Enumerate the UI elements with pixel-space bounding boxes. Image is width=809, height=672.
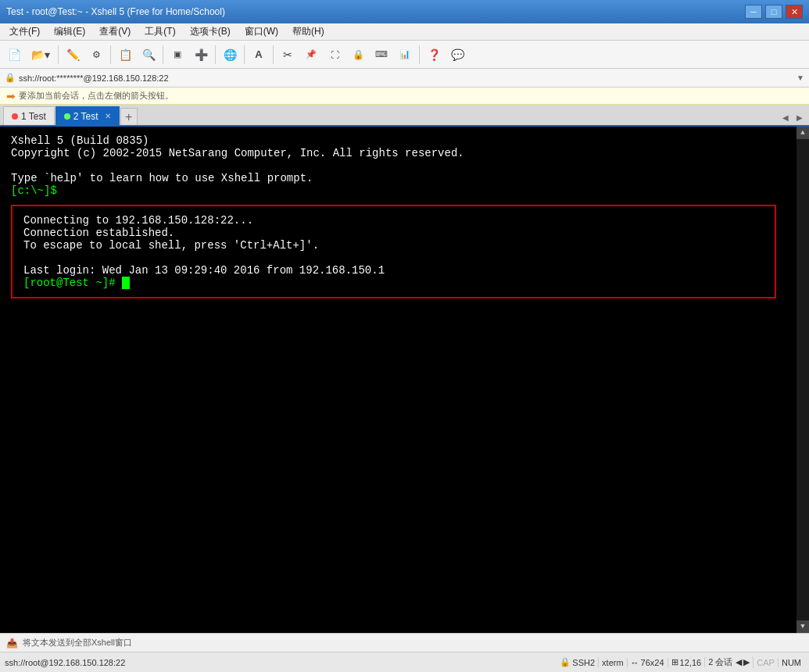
- conn-line-1: Connecting to 192.168.150.128:22...: [23, 214, 764, 227]
- conn-line-blank: [23, 252, 764, 264]
- terminal-line-5: [c:\~]$: [11, 184, 798, 197]
- menu-help[interactable]: 帮助(H): [286, 23, 331, 40]
- add-button[interactable]: ➕: [190, 44, 212, 66]
- tab-2-dot: [64, 113, 70, 120]
- tab-2-close[interactable]: ✕: [105, 112, 111, 120]
- menu-file[interactable]: 文件(F): [3, 23, 46, 40]
- menu-tabs[interactable]: 选项卡(B): [184, 23, 237, 40]
- terminal-wrapper: Xshell 5 (Build 0835) Copyright (c) 2002…: [0, 127, 809, 633]
- tab-nav-next[interactable]: ▶: [793, 109, 806, 125]
- terminal-line-2: Copyright (c) 2002-2015 NetSarang Comput…: [11, 147, 798, 159]
- sessions-nav-next[interactable]: ▶: [743, 657, 750, 667]
- caps-lock: CAP: [757, 658, 775, 667]
- open-session-button[interactable]: 📂▾: [27, 44, 55, 66]
- cursor-icon: ⊞: [671, 657, 678, 667]
- terminal-line-blank-1: [11, 159, 798, 172]
- status-cursor: ⊞ 12,16: [668, 657, 706, 667]
- ssh-type: SSH2: [572, 658, 595, 667]
- find-button[interactable]: 🔍: [138, 44, 159, 66]
- lock-button[interactable]: 🔒: [347, 44, 369, 66]
- num-lock: NUM: [782, 658, 801, 667]
- cut-button[interactable]: ✂: [277, 44, 299, 66]
- lock-icon: 🔒: [560, 657, 571, 667]
- term-type: xterm: [602, 658, 624, 667]
- address-url: ssh://root:********@192.168.150.128:22: [19, 73, 169, 83]
- toolbar-sep-1: [58, 45, 59, 64]
- chart-button[interactable]: 📊: [394, 44, 416, 66]
- menu-view[interactable]: 查看(V): [93, 23, 137, 40]
- status-caps: CAP: [754, 658, 779, 667]
- tab-bar: 1 Test 2 Test ✕ + ◀ ▶: [0, 105, 809, 127]
- status-num: NUM: [779, 658, 804, 667]
- title-bar: Test - root@Test:~ - Xshell 5 (Free for …: [0, 0, 809, 23]
- terminal[interactable]: Xshell 5 (Build 0835) Copyright (c) 2002…: [0, 127, 809, 633]
- status-bar-left: ssh://root@192.168.150.128:22: [5, 658, 550, 667]
- sessions-count: 2 会话: [708, 656, 732, 668]
- conn-line-5: Last login: Wed Jan 13 09:29:40 2016 fro…: [23, 264, 764, 277]
- address-lock-icon: 🔒: [5, 73, 16, 83]
- status-bar: ssh://root@192.168.150.128:22 🔒 SSH2 xte…: [0, 652, 809, 672]
- terminal-line-1: Xshell 5 (Build 0835): [11, 134, 798, 147]
- toolbar-sep-5: [244, 45, 245, 64]
- tab-1-label: 1 Test: [21, 111, 46, 122]
- cursor-pos: 12,16: [680, 658, 702, 667]
- status-bar-right: 🔒 SSH2 xterm ↔ 76x24 ⊞ 12,16 2 会话 ◀ ▶ CA…: [557, 656, 804, 668]
- menu-tools[interactable]: 工具(T): [138, 23, 181, 40]
- menu-window[interactable]: 窗口(W): [238, 23, 285, 40]
- paste-button[interactable]: 📌: [300, 44, 322, 66]
- fullscreen-button[interactable]: ⛶: [324, 44, 345, 66]
- menu-bar: 文件(F) 编辑(E) 查看(V) 工具(T) 选项卡(B) 窗口(W) 帮助(…: [0, 23, 809, 41]
- minimize-button[interactable]: ─: [745, 5, 762, 19]
- conn-line-6: [root@Test ~]#: [23, 277, 764, 289]
- address-bar: 🔒 ssh://root:********@192.168.150.128:22…: [0, 69, 809, 88]
- globe-button[interactable]: 🌐: [219, 44, 241, 66]
- toolbar-sep-3: [163, 45, 163, 64]
- status-url: ssh://root@192.168.150.128:22: [5, 658, 125, 667]
- tab-add-button[interactable]: +: [120, 108, 138, 125]
- properties-button[interactable]: ✏️: [62, 44, 84, 66]
- terminal-cursor: [122, 277, 130, 289]
- conn-line-2: Connection established.: [23, 227, 764, 239]
- toolbar-sep-7: [419, 45, 420, 64]
- status-term: xterm: [599, 658, 628, 667]
- sessions-nav-prev[interactable]: ◀: [736, 657, 742, 667]
- scrollbar-up[interactable]: ▲: [796, 127, 809, 139]
- title-bar-title: Test - root@Test:~ - Xshell 5 (Free for …: [6, 6, 225, 17]
- address-dropdown-arrow[interactable]: ▼: [796, 73, 804, 82]
- status-lock: 🔒 SSH2: [557, 657, 599, 667]
- menu-edit[interactable]: 编辑(E): [48, 23, 91, 40]
- chat-button[interactable]: 💬: [446, 44, 468, 66]
- tab-1[interactable]: 1 Test: [3, 106, 55, 125]
- new-session-button[interactable]: 📄: [3, 44, 25, 66]
- toolbar-sep-2: [110, 45, 111, 64]
- sftp-button[interactable]: ▣: [166, 44, 188, 66]
- maximize-button[interactable]: □: [765, 5, 782, 19]
- hint-bar: ➡ 要添加当前会话，点击左侧的箭头按钮。: [0, 88, 809, 105]
- conn-line-3: To escape to local shell, press 'Ctrl+Al…: [23, 239, 764, 252]
- terminal-size: 76x24: [641, 658, 664, 667]
- scrollbar-track: [796, 139, 809, 620]
- title-bar-buttons: ─ □ ✕: [745, 5, 803, 19]
- status-sessions: 2 会话 ◀ ▶: [705, 656, 754, 668]
- keyboard-button[interactable]: ⌨: [370, 44, 392, 66]
- settings-button[interactable]: ⚙: [85, 44, 107, 66]
- tab-1-dot: [12, 113, 18, 120]
- terminal-scrollbar: ▲ ▼: [796, 127, 809, 633]
- tab-nav-prev[interactable]: ◀: [779, 109, 792, 125]
- toolbar-sep-6: [273, 45, 274, 64]
- toolbar-sep-4: [215, 45, 216, 64]
- close-button[interactable]: ✕: [786, 5, 803, 19]
- font-button[interactable]: A: [248, 44, 270, 66]
- tab-2-label: 2 Test: [73, 111, 98, 122]
- help-button[interactable]: ❓: [423, 44, 445, 66]
- hint-text: 要添加当前会话，点击左侧的箭头按钮。: [19, 90, 174, 102]
- toolbar: 📄 📂▾ ✏️ ⚙ 📋 🔍 ▣ ➕ 🌐 A ✂ 📌 ⛶ 🔒 ⌨ 📊 ❓ 💬: [0, 41, 809, 69]
- copy-button[interactable]: 📋: [114, 44, 136, 66]
- resize-icon: ↔: [631, 658, 639, 667]
- status-size: ↔ 76x24: [628, 658, 668, 667]
- bottom-bar: 📤 将文本发送到全部Xshell窗口: [0, 633, 809, 652]
- tab-2[interactable]: 2 Test ✕: [55, 106, 120, 125]
- terminal-line-4: Type `help' to learn how to use Xshell p…: [11, 172, 798, 184]
- scrollbar-down[interactable]: ▼: [796, 620, 809, 633]
- bottom-icon: 📤: [6, 638, 18, 649]
